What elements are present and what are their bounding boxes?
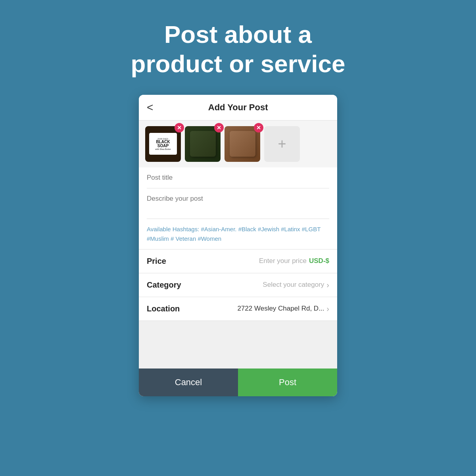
category-row[interactable]: Category Select your category › xyxy=(139,273,337,297)
image-thumbnail-1: ✕ RAW SHEA BLACK SOAP with Shea Butter xyxy=(145,126,181,162)
remove-image-2-button[interactable]: ✕ xyxy=(214,123,224,132)
back-button[interactable]: < xyxy=(147,102,153,113)
hashtags-text: Available Hashtags: #Asian-Amer. #Black … xyxy=(147,226,321,242)
category-value: Select your category › xyxy=(194,280,329,290)
location-label: Location xyxy=(147,304,194,313)
location-value: 2722 Wesley Chapel Rd, D... › xyxy=(194,304,329,313)
post-button[interactable]: Post xyxy=(238,369,337,396)
image-thumbnail-2: ✕ xyxy=(185,126,221,162)
remove-image-3-button[interactable]: ✕ xyxy=(254,123,263,132)
price-value: Enter your price USD-$ xyxy=(194,257,329,265)
location-text: 2722 Wesley Chapel Rd, D... xyxy=(237,305,324,313)
cancel-button[interactable]: Cancel xyxy=(139,369,238,396)
price-row[interactable]: Price Enter your price USD-$ xyxy=(139,250,337,273)
image-thumbnail-3: ✕ xyxy=(225,126,260,162)
page-headline: Post about a product or service xyxy=(131,20,345,79)
category-label: Category xyxy=(147,280,194,290)
images-section: ✕ RAW SHEA BLACK SOAP with Shea Butter ✕… xyxy=(139,121,337,167)
location-row[interactable]: Location 2722 Wesley Chapel Rd, D... › xyxy=(139,297,337,321)
price-label: Price xyxy=(147,257,194,266)
currency-label: USD-$ xyxy=(309,257,329,265)
hashtags-section: Available Hashtags: #Asian-Amer. #Black … xyxy=(139,219,337,250)
post-title-section xyxy=(139,167,337,219)
form-title: Add Your Post xyxy=(158,102,318,113)
post-title-field xyxy=(147,167,329,188)
form-bottom-space xyxy=(139,321,337,369)
add-photo-button[interactable]: + xyxy=(264,126,300,162)
describe-post-input[interactable] xyxy=(147,195,329,211)
remove-image-1-button[interactable]: ✕ xyxy=(175,123,184,132)
post-title-input[interactable] xyxy=(147,174,329,182)
describe-post-field xyxy=(147,188,329,219)
bottom-buttons: Cancel Post xyxy=(139,369,337,396)
category-chevron-icon: › xyxy=(326,280,329,290)
add-photo-icon: + xyxy=(278,137,286,151)
form-header: < Add Your Post xyxy=(139,95,337,121)
price-placeholder: Enter your price xyxy=(259,257,307,265)
post-form-card: < Add Your Post ✕ RAW SHEA BLACK SOAP wi… xyxy=(139,95,337,396)
category-placeholder: Select your category xyxy=(263,281,324,289)
location-chevron-icon: › xyxy=(326,304,329,313)
